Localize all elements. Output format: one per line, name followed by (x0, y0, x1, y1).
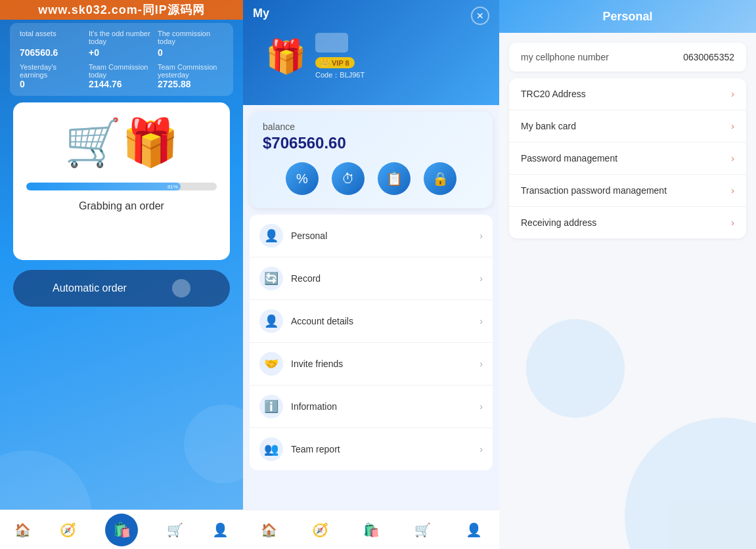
mid-nav-shop[interactable]: 🛍️ (363, 522, 380, 538)
grabbing-text: Grabbing an order (79, 200, 164, 212)
chevron-bank-card: › (731, 121, 734, 131)
chevron-transaction-password: › (731, 185, 734, 196)
menu-text-personal: Personal (291, 231, 479, 241)
auto-order-label: Automatic order (53, 282, 127, 294)
left-nav-shop-icon: 🛍️ (105, 514, 138, 546)
team-commission-yesterday-label: Team Commission yesterday (158, 63, 223, 79)
middle-bottom-nav: 🏠 🧭 🛍️ 🛒 👤 (243, 510, 499, 549)
information-icon: ℹ️ (259, 395, 283, 418)
total-assets-value: 706560.6 (20, 47, 85, 58)
right-menu-transaction-password[interactable]: Transaction password management › (509, 175, 746, 207)
team-commission-yesterday-value: 2725.88 (158, 79, 223, 89)
crown-icon: 👑 (321, 58, 330, 67)
middle-panel: My ✕ 🎁 👑 VIP 8 Code：BLJ96T balance $7065… (243, 0, 499, 549)
team-report-icon: 👥 (259, 437, 283, 461)
left-panel: www.sk032.com-同IP源码网 total assets It's t… (0, 0, 243, 549)
right-menu-password[interactable]: Password management › (509, 143, 746, 175)
menu-text-invite-friends: Invite friends (291, 359, 479, 369)
bank-card-label: My bank card (521, 121, 731, 131)
chevron-account-details: › (479, 316, 483, 326)
team-commission-today-value: 2144.76 (89, 79, 154, 89)
trc20-label: TRC20 Address (521, 89, 731, 99)
chevron-receiving-address: › (731, 217, 734, 228)
chevron-information: › (479, 401, 483, 412)
balance-icon-clipboard[interactable]: 📋 (378, 162, 411, 195)
progress-bar-container: 81% (26, 183, 217, 190)
menu-item-information[interactable]: ℹ️ Information › (250, 385, 493, 428)
invite-code: Code：BLJ96T (315, 70, 365, 80)
auto-order-button[interactable]: Automatic order (13, 270, 230, 307)
right-menu-trc20[interactable]: TRC20 Address › (509, 78, 746, 110)
commission-today-value: 0 (158, 47, 223, 58)
invite-friends-icon: 🤝 (259, 352, 283, 376)
balance-icon-lock[interactable]: 🔒 (424, 162, 456, 195)
receiving-address-label: Receiving address (521, 217, 731, 228)
menu-item-invite-friends[interactable]: 🤝 Invite friends › (250, 343, 493, 385)
team-commission-today-label: Team Commission today (89, 63, 154, 79)
record-icon: 🔄 (259, 267, 283, 290)
balance-icon-timer[interactable]: ⏱ (332, 162, 365, 195)
deco-circle-2 (184, 405, 243, 483)
profile-info: 👑 VIP 8 Code：BLJ96T (315, 33, 365, 80)
right-panel: Personal my cellphone number 0630065352 … (499, 0, 756, 549)
right-title: Personal (602, 10, 652, 24)
left-nav-shop[interactable]: 🛍️ (105, 514, 138, 546)
balance-card: balance $706560.60 % ⏱ 📋 🔒 (250, 112, 493, 208)
transaction-password-label: Transaction password management (521, 185, 731, 196)
menu-item-account-details[interactable]: 👤 Account details › (250, 300, 493, 343)
menu-text-team-report: Team report (291, 444, 479, 454)
gift-icon: 🎁 (263, 33, 309, 79)
left-nav-profile[interactable]: 👤 (212, 522, 229, 538)
menu-item-personal[interactable]: 👤 Personal › (250, 215, 493, 257)
right-menu-bank-card[interactable]: My bank card › (509, 110, 746, 143)
mid-nav-profile[interactable]: 👤 (466, 522, 482, 538)
mid-nav-cart[interactable]: 🛒 (414, 522, 431, 538)
chevron-invite-friends: › (479, 359, 483, 369)
yesterday-earnings-value: 0 (20, 79, 85, 89)
left-nav-explore[interactable]: 🧭 (60, 522, 76, 538)
close-button[interactable]: ✕ (471, 7, 489, 25)
chevron-team-report: › (479, 444, 483, 454)
chevron-record: › (479, 273, 483, 284)
progress-label: 81% (167, 184, 178, 190)
balance-icons: % ⏱ 📋 🔒 (263, 162, 479, 195)
profile-area: 🎁 👑 VIP 8 Code：BLJ96T (253, 10, 489, 83)
commission-today-label: The commission today (158, 30, 223, 45)
mid-nav-home[interactable]: 🏠 (261, 522, 277, 538)
right-deco-1 (625, 418, 756, 549)
odd-number-label: It's the odd number today (89, 30, 154, 45)
middle-header: My ✕ 🎁 👑 VIP 8 Code：BLJ96T (243, 0, 499, 105)
menu-item-team-report[interactable]: 👥 Team report › (250, 428, 493, 470)
odd-number-value: +0 (89, 47, 154, 58)
yesterday-earnings-label: Yesterday's earnings (20, 63, 85, 79)
balance-amount: $706560.60 (263, 134, 479, 152)
right-deco-2 (526, 319, 625, 418)
left-bottom-nav: 🏠 🧭 🛍️ 🛒 👤 (0, 510, 243, 549)
chevron-personal: › (479, 231, 483, 241)
phone-label: my cellphone number (521, 52, 609, 62)
middle-menu-list: 👤 Personal › 🔄 Record › 👤 Account detail… (250, 215, 493, 470)
toggle-circle (172, 279, 190, 297)
balance-label: balance (263, 121, 479, 132)
chevron-password: › (731, 153, 734, 164)
chevron-trc20: › (731, 89, 734, 99)
menu-text-record: Record (291, 273, 479, 284)
password-label: Password management (521, 153, 731, 164)
personal-icon: 👤 (259, 224, 283, 248)
cart-emoji: 🛒🎁 (64, 116, 179, 169)
right-menu-receiving-address[interactable]: Receiving address › (509, 207, 746, 238)
progress-bar: 81% (26, 183, 181, 190)
vip-badge: 👑 VIP 8 (315, 57, 355, 68)
phone-value: 0630065352 (683, 52, 734, 62)
mid-nav-explore[interactable]: 🧭 (312, 522, 328, 538)
right-menu-list: TRC20 Address › My bank card › Password … (509, 78, 746, 238)
stats-card: total assets It's the odd number today T… (10, 23, 233, 96)
total-assets-label: total assets (20, 30, 85, 45)
menu-text-account-details: Account details (291, 316, 479, 326)
balance-icon-percent[interactable]: % (286, 162, 319, 195)
left-nav-cart[interactable]: 🛒 (167, 522, 183, 538)
left-nav-home[interactable]: 🏠 (14, 522, 31, 538)
menu-item-record[interactable]: 🔄 Record › (250, 257, 493, 300)
right-header: Personal (499, 0, 756, 33)
order-card: 🛒🎁 81% Grabbing an order (13, 102, 230, 260)
